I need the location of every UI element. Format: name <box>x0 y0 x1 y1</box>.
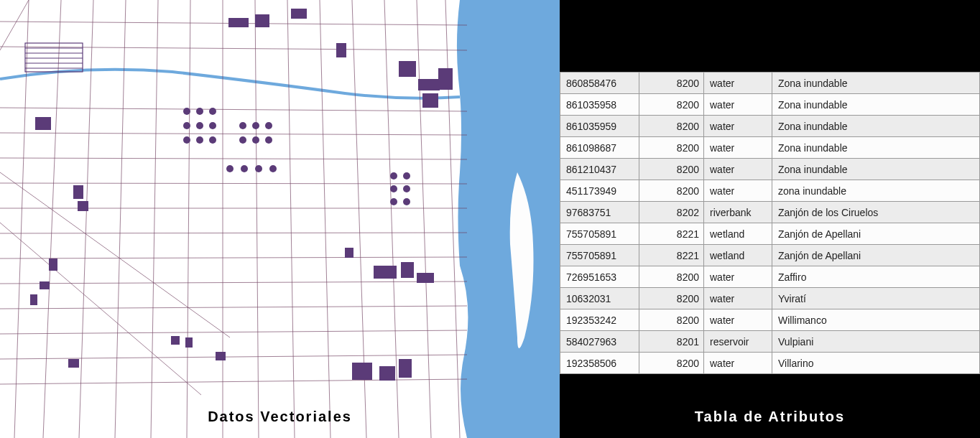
buildings <box>25 9 453 381</box>
cell-name[interactable]: Yviratí <box>772 288 980 309</box>
cell-type[interactable]: water <box>704 116 772 137</box>
vector-map-panel: Datos Vectoriales <box>0 0 560 438</box>
cell-name[interactable]: Zona inundable <box>772 137 980 159</box>
cell-name[interactable]: zona inundable <box>772 180 980 202</box>
svg-rect-53 <box>185 337 193 348</box>
cell-code[interactable]: 8200 <box>639 353 704 374</box>
svg-line-24 <box>0 306 467 309</box>
table-row[interactable]: 8610359598200waterZona inundable <box>560 116 980 137</box>
svg-rect-39 <box>291 9 307 19</box>
sea-area <box>457 0 560 438</box>
table-row[interactable]: 1923532428200waterWillimanco <box>560 309 980 331</box>
svg-rect-34 <box>49 258 57 271</box>
table-row[interactable]: 8610359588200waterZona inundable <box>560 94 980 116</box>
svg-rect-44 <box>422 93 438 108</box>
cell-id[interactable]: 726951653 <box>560 266 639 288</box>
cell-code[interactable]: 8200 <box>639 266 704 288</box>
cell-code[interactable]: 8200 <box>639 137 704 159</box>
cell-name[interactable]: Villarino <box>772 353 980 374</box>
svg-point-79 <box>390 198 397 205</box>
attribute-table-container: 8608584768200waterZona inundable86103595… <box>560 72 980 374</box>
table-row[interactable]: 7557058918221wetlandZanjón de Apellani <box>560 223 980 245</box>
cell-id[interactable]: 451173949 <box>560 180 639 202</box>
svg-rect-32 <box>73 185 83 199</box>
svg-rect-54 <box>216 352 226 360</box>
cell-type[interactable]: reservoir <box>704 331 772 353</box>
cell-type[interactable]: water <box>704 288 772 309</box>
table-row[interactable]: 8610986878200waterZona inundable <box>560 137 980 159</box>
cell-type[interactable]: water <box>704 353 772 374</box>
cell-name[interactable]: Zanjón de Apellani <box>772 245 980 266</box>
cell-code[interactable]: 8201 <box>639 331 704 353</box>
cell-name[interactable]: Zona inundable <box>772 116 980 137</box>
cell-id[interactable]: 861098687 <box>560 137 639 159</box>
cell-id[interactable]: 584027963 <box>560 331 639 353</box>
cell-name[interactable]: Zaffiro <box>772 266 980 288</box>
cell-name[interactable]: Zona inundable <box>772 73 980 94</box>
cell-type[interactable]: water <box>704 159 772 180</box>
table-row[interactable]: 8608584768200waterZona inundable <box>560 73 980 94</box>
map-container[interactable] <box>0 0 560 438</box>
map-caption: Datos Vectoriales <box>208 409 352 425</box>
table-row[interactable]: 7269516538200waterZaffiro <box>560 266 980 288</box>
cell-type[interactable]: water <box>704 266 772 288</box>
cell-code[interactable]: 8200 <box>639 94 704 116</box>
svg-line-5 <box>187 0 190 438</box>
svg-line-3 <box>115 0 126 438</box>
attribute-table[interactable]: 8608584768200waterZona inundable86103595… <box>560 72 980 374</box>
cell-code[interactable]: 8200 <box>639 116 704 137</box>
table-row[interactable]: 7557058918221wetlandZanjón de Apellani <box>560 245 980 266</box>
cell-id[interactable]: 861210437 <box>560 159 639 180</box>
cell-id[interactable]: 755705891 <box>560 245 639 266</box>
svg-rect-46 <box>374 266 397 279</box>
cell-code[interactable]: 8200 <box>639 73 704 94</box>
cell-name[interactable]: Willimanco <box>772 309 980 331</box>
svg-line-16 <box>0 108 467 111</box>
cell-type[interactable]: wetland <box>704 223 772 245</box>
cell-id[interactable]: 192353242 <box>560 309 639 331</box>
cell-id[interactable]: 861035959 <box>560 116 639 137</box>
svg-rect-42 <box>418 79 440 90</box>
cell-id[interactable]: 755705891 <box>560 223 639 245</box>
cell-id[interactable]: 10632031 <box>560 288 639 309</box>
table-row[interactable]: 8612104378200waterZona inundable <box>560 159 980 180</box>
svg-line-22 <box>0 257 467 258</box>
svg-rect-38 <box>255 14 269 27</box>
cell-name[interactable]: Zona inundable <box>772 159 980 180</box>
cell-code[interactable]: 8221 <box>639 223 704 245</box>
svg-rect-31 <box>35 117 51 130</box>
table-row[interactable]: 1923585068200waterVillarino <box>560 353 980 374</box>
cell-code[interactable]: 8202 <box>639 202 704 223</box>
cell-name[interactable]: Zanjón de los Ciruelos <box>772 202 980 223</box>
svg-point-57 <box>196 108 203 115</box>
river <box>0 70 460 98</box>
table-row[interactable]: 5840279638201reservoirVulpiani <box>560 331 980 353</box>
table-row[interactable]: 4511739498200waterzona inundable <box>560 180 980 202</box>
svg-point-59 <box>183 122 190 129</box>
cell-id[interactable]: 192358506 <box>560 353 639 374</box>
cell-name[interactable]: Zona inundable <box>772 94 980 116</box>
cell-code[interactable]: 8221 <box>639 245 704 266</box>
svg-rect-36 <box>30 294 37 305</box>
table-row[interactable]: 976837518202riverbankZanjón de los Cirue… <box>560 202 980 223</box>
cell-type[interactable]: water <box>704 94 772 116</box>
cell-type[interactable]: water <box>704 180 772 202</box>
cell-name[interactable]: Zanjón de Apellani <box>772 223 980 245</box>
svg-line-4 <box>151 0 158 438</box>
cell-id[interactable]: 861035958 <box>560 94 639 116</box>
cell-code[interactable]: 8200 <box>639 180 704 202</box>
cell-code[interactable]: 8200 <box>639 159 704 180</box>
cell-type[interactable]: water <box>704 137 772 159</box>
cell-type[interactable]: water <box>704 73 772 94</box>
cell-code[interactable]: 8200 <box>639 288 704 309</box>
cell-id[interactable]: 860858476 <box>560 73 639 94</box>
svg-point-68 <box>239 136 246 144</box>
svg-line-17 <box>0 133 467 135</box>
table-row[interactable]: 106320318200waterYviratí <box>560 288 980 309</box>
cell-name[interactable]: Vulpiani <box>772 331 980 353</box>
cell-type[interactable]: wetland <box>704 245 772 266</box>
cell-code[interactable]: 8200 <box>639 309 704 331</box>
cell-type[interactable]: riverbank <box>704 202 772 223</box>
cell-id[interactable]: 97683751 <box>560 202 639 223</box>
cell-type[interactable]: water <box>704 309 772 331</box>
